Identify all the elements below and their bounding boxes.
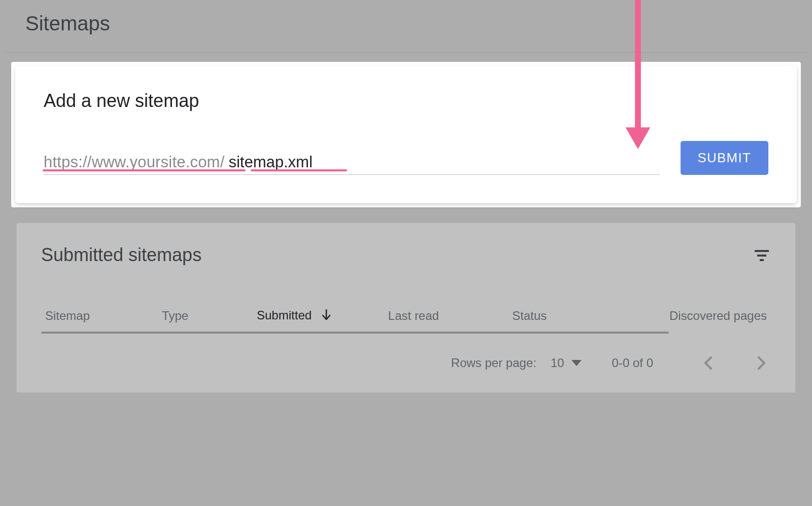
divider xyxy=(5,52,807,53)
col-status[interactable]: Status xyxy=(508,301,618,331)
rows-per-page-value: 10 xyxy=(551,356,564,370)
filter-icon xyxy=(755,250,769,261)
prev-page-button[interactable] xyxy=(699,354,717,372)
sitemap-url-prefix: https://www.yoursite.com/ xyxy=(44,153,224,171)
sitemap-url-input[interactable] xyxy=(228,153,660,171)
col-discovered[interactable]: Discovered pages xyxy=(618,301,771,331)
col-sitemap[interactable]: Sitemap xyxy=(41,301,158,331)
chevron-left-icon xyxy=(704,356,712,370)
submitted-sitemaps-title: Submitted sitemaps xyxy=(41,244,771,266)
chevron-right-icon xyxy=(758,356,766,370)
svg-rect-0 xyxy=(755,250,769,252)
next-page-button[interactable] xyxy=(753,354,771,372)
table-header-row: Sitemap Type Submitted Last read Status xyxy=(41,301,771,331)
rows-per-page-label: Rows per page: xyxy=(451,356,536,370)
rows-per-page: Rows per page: 10 xyxy=(451,356,582,370)
annotation-underline xyxy=(251,169,347,171)
svg-marker-4 xyxy=(571,360,582,366)
col-last-read[interactable]: Last read xyxy=(384,301,508,331)
annotation-underline xyxy=(43,169,246,171)
sitemaps-table: Sitemap Type Submitted Last read Status xyxy=(41,301,771,331)
pagination-nav xyxy=(699,354,771,372)
page-title: Sitemaps xyxy=(0,12,812,52)
add-sitemap-title: Add a new sitemap xyxy=(44,90,768,112)
pagination-range: 0-0 of 0 xyxy=(612,356,653,370)
caret-down-icon xyxy=(571,360,582,366)
submit-button[interactable]: SUBMIT xyxy=(681,141,768,175)
submitted-sitemaps-card: Submitted sitemaps Sitemap Type Submitte… xyxy=(16,223,796,393)
svg-rect-2 xyxy=(760,259,764,261)
col-submitted[interactable]: Submitted xyxy=(253,301,384,331)
table-footer: Rows per page: 10 0-0 of 0 xyxy=(41,354,771,372)
col-submitted-label: Submitted xyxy=(257,308,312,322)
svg-rect-1 xyxy=(757,255,766,257)
table-header-underline xyxy=(41,332,669,334)
filter-button[interactable] xyxy=(752,245,772,266)
arrow-down-icon xyxy=(321,309,331,323)
add-sitemap-card: Add a new sitemap https://www.yoursite.c… xyxy=(15,66,797,203)
add-sitemap-card-halo: Add a new sitemap https://www.yoursite.c… xyxy=(11,62,801,207)
sitemap-url-group: https://www.yoursite.com/ xyxy=(44,153,660,175)
rows-per-page-select[interactable]: 10 xyxy=(551,356,582,370)
col-type[interactable]: Type xyxy=(158,301,253,331)
